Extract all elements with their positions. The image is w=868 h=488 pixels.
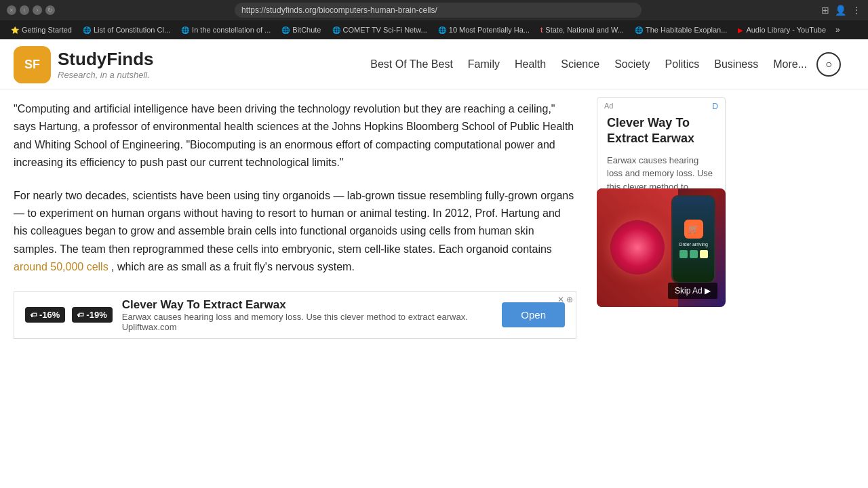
phone-mockup: 🛒 Order arriving (671, 195, 715, 283)
browser-controls: × ‹ › ↻ (7, 5, 55, 15)
ad-label: Ad (604, 102, 613, 110)
site-header: SF StudyFinds Research, in a nutshell. B… (0, 39, 868, 90)
bookmark-10most[interactable]: 🌐 10 Most Potentially Ha... (434, 24, 534, 35)
star-icon: ⭐ (11, 26, 19, 34)
search-icon: ○ (825, 58, 832, 70)
bookmark-habitable[interactable]: 🌐 The Habitable Exoplan... (631, 24, 731, 35)
bookmark-label: Getting Started (22, 26, 72, 34)
nav-society[interactable]: Society (609, 56, 655, 73)
bookmark-state-national[interactable]: t State, National and W... (536, 24, 628, 35)
product-items (679, 250, 708, 258)
bookmark-label: Audio Library - YouTube (746, 26, 826, 34)
nav-health[interactable]: Health (509, 56, 551, 73)
profile-icon[interactable]: 👤 (835, 5, 846, 16)
product-item (679, 250, 688, 258)
nav-best-of-best[interactable]: Best Of The Best (365, 56, 458, 73)
nav-politics[interactable]: Politics (660, 56, 705, 73)
bookmark-audio-library[interactable]: ▶ Audio Library - YouTube (734, 24, 830, 35)
video-left-image (597, 188, 678, 307)
site-tagline: Research, in a nutshell. (58, 70, 154, 80)
bottom-ad-close-btn[interactable]: ✕ ⊕ (557, 295, 573, 304)
discount-value-1: -16% (39, 310, 60, 320)
bottom-ad-title: Clever Way To Extract Earwax (122, 298, 493, 312)
discount-badge-2: -19% (72, 307, 112, 323)
instacart-app-icon: 🛒 (684, 220, 703, 239)
youtube-icon: ▶ (738, 26, 743, 34)
browser-chrome: × ‹ › ↻ https://studyfinds.org/biocomput… (0, 0, 868, 20)
bookmark-getting-started[interactable]: ⭐ Getting Started (7, 24, 76, 35)
bookmark-constellation[interactable]: 🌐 In the constellation of ... (177, 24, 275, 35)
ad-d-icon[interactable]: D (712, 102, 718, 111)
product-item (690, 250, 698, 258)
bottom-ad-description: Earwax causes hearing loss and memory lo… (122, 312, 493, 332)
address-bar[interactable]: https://studyfinds.org/biocomputers-huma… (235, 3, 642, 18)
extensions-icon[interactable]: ⊞ (821, 5, 829, 16)
article-text-before-link: For nearly two decades, scientists have … (14, 190, 574, 255)
forward-btn[interactable]: › (33, 5, 42, 15)
bottom-ad-open-btn[interactable]: Open (502, 302, 565, 327)
bookmark-label: In the constellation of ... (192, 26, 271, 34)
globe-icon: 🌐 (635, 26, 643, 34)
back-btn[interactable]: ‹ (20, 5, 29, 15)
bookmark-bitchute[interactable]: 🌐 BitChute (277, 24, 325, 35)
globe-icon: 🌐 (281, 26, 290, 34)
discount-value-2: -19% (86, 310, 106, 320)
logo-text: StudyFinds Research, in a nutshell. (58, 49, 154, 80)
ad-panel-title: Clever Way To Extract Earwax (607, 115, 715, 147)
bookmarks-bar: ⭐ Getting Started 🌐 List of Constitution… (0, 20, 868, 39)
flower-decoration (610, 220, 665, 274)
globe-icon: 🌐 (181, 26, 189, 34)
bookmark-label: The Habitable Exoplan... (646, 26, 727, 34)
site-name: StudyFinds (58, 49, 154, 70)
bookmark-comet[interactable]: 🌐 COMET TV Sci-Fi Netw... (328, 24, 431, 35)
nav-business[interactable]: Business (709, 56, 764, 73)
address-text: https://studyfinds.org/biocomputers-huma… (241, 5, 437, 15)
article-content: "Computing and artificial intelligence h… (0, 90, 590, 488)
order-arriving-text: Order arriving (679, 242, 708, 247)
article-text-after-link: , which are as small as a fruit fly's ne… (111, 261, 355, 272)
globe-icon: 🌐 (332, 26, 340, 34)
article-content-wrapper: "Computing and artificial intelligence h… (14, 100, 576, 478)
video-content: 🛒 Order arriving Skip Ad ▶︎ (597, 188, 726, 307)
discount-badge-1: -16% (25, 307, 65, 323)
globe-icon: 🌐 (438, 26, 446, 34)
bookmark-label: BitChute (292, 26, 321, 34)
skip-ad-label: Skip Ad ▶︎ (675, 286, 711, 296)
article-link-cells[interactable]: around 50,000 cells (14, 261, 108, 272)
bookmarks-more[interactable]: » (833, 24, 843, 36)
content-wrapper: "Computing and artificial intelligence h… (0, 90, 868, 488)
globe-icon: 🌐 (83, 26, 91, 34)
phone-screen: 🛒 Order arriving (673, 197, 714, 282)
bookmark-label: State, National and W... (545, 26, 624, 34)
video-overlay: 🛒 Order arriving Skip Ad ▶︎ (597, 188, 726, 307)
bookmark-label: 10 Most Potentially Ha... (449, 26, 530, 34)
browser-icons: ⊞ 👤 ⋮ (821, 5, 861, 16)
article-paragraph-quote: "Computing and artificial intelligence h… (14, 100, 576, 172)
refresh-btn[interactable]: ↻ (45, 5, 55, 15)
skip-ad-button[interactable]: Skip Ad ▶︎ (668, 283, 717, 299)
right-sidebar: Ad D Clever Way To Extract Earwax Earwax… (590, 90, 732, 488)
bottom-ad-text: Clever Way To Extract Earwax Earwax caus… (122, 298, 493, 332)
close-btn[interactable]: × (7, 5, 16, 15)
discount-badges: -16% -19% (25, 307, 113, 323)
nav-family[interactable]: Family (462, 56, 505, 73)
bookmark-label: List of Constitution Cl... (94, 26, 170, 34)
logo-area[interactable]: SF StudyFinds Research, in a nutshell. (14, 46, 154, 83)
product-item (700, 250, 708, 258)
nav-more[interactable]: More... (768, 56, 812, 73)
article-paragraph-main: For nearly two decades, scientists have … (14, 187, 576, 277)
nav-science[interactable]: Science (555, 56, 605, 73)
t-icon: t (540, 26, 542, 34)
site-logo: SF (14, 46, 51, 83)
site-nav: Best Of The Best Family Health Science S… (365, 52, 841, 77)
bookmark-constitution[interactable]: 🌐 List of Constitution Cl... (79, 24, 174, 35)
bottom-ad-banner: ✕ ⊕ -16% -19% Clever Way To Extract Earw… (14, 291, 576, 339)
bookmark-label: COMET TV Sci-Fi Netw... (343, 26, 427, 34)
search-button[interactable]: ○ (816, 52, 841, 77)
menu-icon[interactable]: ⋮ (852, 5, 861, 16)
